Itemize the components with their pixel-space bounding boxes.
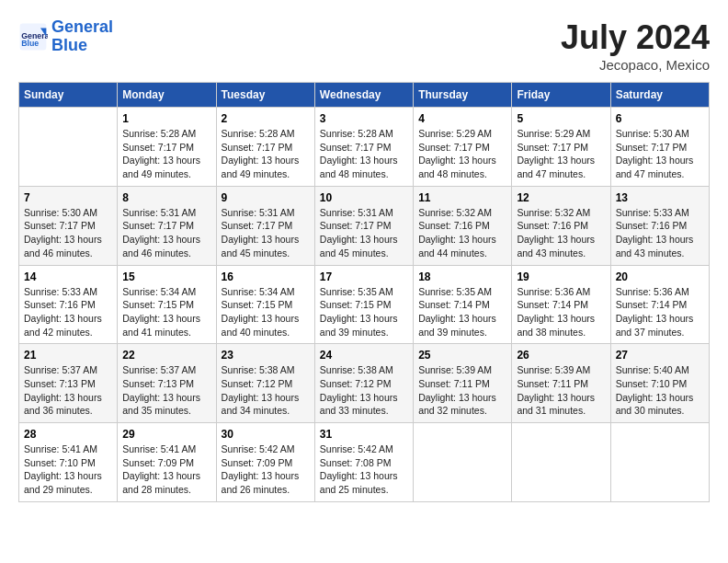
day-number: 13 <box>616 191 704 204</box>
day-number: 9 <box>222 191 310 204</box>
day-info: Sunrise: 5:35 AM Sunset: 7:14 PM Dayligh… <box>418 285 506 339</box>
calendar-cell: 28Sunrise: 5:41 AM Sunset: 7:10 PM Dayli… <box>19 423 118 502</box>
day-info: Sunrise: 5:28 AM Sunset: 7:17 PM Dayligh… <box>122 127 210 181</box>
calendar-cell: 25Sunrise: 5:39 AM Sunset: 7:11 PM Dayli… <box>414 344 512 423</box>
day-number: 6 <box>616 112 704 125</box>
day-number: 26 <box>517 349 605 362</box>
day-number: 23 <box>222 349 310 362</box>
day-info: Sunrise: 5:28 AM Sunset: 7:17 PM Dayligh… <box>320 127 408 181</box>
day-number: 7 <box>24 191 112 204</box>
weekday-header: Thursday <box>414 83 512 108</box>
calendar-cell: 31Sunrise: 5:42 AM Sunset: 7:08 PM Dayli… <box>314 423 413 502</box>
day-number: 16 <box>222 270 310 283</box>
calendar-cell: 19Sunrise: 5:36 AM Sunset: 7:14 PM Dayli… <box>512 265 610 344</box>
calendar-cell: 1Sunrise: 5:28 AM Sunset: 7:17 PM Daylig… <box>118 108 216 187</box>
logo-text: GeneralBlue <box>51 18 113 55</box>
calendar-cell: 5Sunrise: 5:29 AM Sunset: 7:17 PM Daylig… <box>512 108 610 187</box>
day-info: Sunrise: 5:37 AM Sunset: 7:13 PM Dayligh… <box>122 363 210 418</box>
calendar-cell: 4Sunrise: 5:29 AM Sunset: 7:17 PM Daylig… <box>414 108 512 187</box>
calendar-cell <box>512 423 610 502</box>
calendar-week-row: 14Sunrise: 5:33 AM Sunset: 7:16 PM Dayli… <box>19 265 710 344</box>
svg-text:Blue: Blue <box>21 39 39 48</box>
calendar-cell: 3Sunrise: 5:28 AM Sunset: 7:17 PM Daylig… <box>314 108 413 187</box>
calendar-cell: 14Sunrise: 5:33 AM Sunset: 7:16 PM Dayli… <box>19 265 118 344</box>
day-number: 5 <box>517 112 605 125</box>
day-number: 22 <box>122 349 210 362</box>
day-info: Sunrise: 5:39 AM Sunset: 7:11 PM Dayligh… <box>517 363 605 418</box>
day-number: 1 <box>122 112 210 125</box>
day-number: 28 <box>24 428 112 441</box>
logo-icon: General Blue <box>18 22 48 52</box>
day-info: Sunrise: 5:38 AM Sunset: 7:12 PM Dayligh… <box>320 363 408 418</box>
weekday-header: Tuesday <box>216 83 314 108</box>
day-info: Sunrise: 5:34 AM Sunset: 7:15 PM Dayligh… <box>222 285 310 339</box>
calendar-cell: 27Sunrise: 5:40 AM Sunset: 7:10 PM Dayli… <box>610 344 709 423</box>
day-info: Sunrise: 5:32 AM Sunset: 7:16 PM Dayligh… <box>418 206 506 260</box>
calendar-week-row: 21Sunrise: 5:37 AM Sunset: 7:13 PM Dayli… <box>19 344 710 423</box>
calendar-cell: 2Sunrise: 5:28 AM Sunset: 7:17 PM Daylig… <box>216 108 314 187</box>
day-info: Sunrise: 5:42 AM Sunset: 7:09 PM Dayligh… <box>222 442 310 497</box>
day-number: 25 <box>418 349 506 362</box>
weekday-header: Sunday <box>19 83 118 108</box>
day-number: 24 <box>320 349 408 362</box>
day-number: 4 <box>418 112 506 125</box>
day-info: Sunrise: 5:31 AM Sunset: 7:17 PM Dayligh… <box>320 206 408 260</box>
day-info: Sunrise: 5:33 AM Sunset: 7:16 PM Dayligh… <box>24 285 112 339</box>
title-block: July 2024 Jecopaco, Mexico <box>561 18 710 73</box>
calendar-week-row: 7Sunrise: 5:30 AM Sunset: 7:17 PM Daylig… <box>19 186 710 265</box>
day-info: Sunrise: 5:28 AM Sunset: 7:17 PM Dayligh… <box>222 127 310 181</box>
calendar-cell: 22Sunrise: 5:37 AM Sunset: 7:13 PM Dayli… <box>118 344 216 423</box>
day-number: 18 <box>418 270 506 283</box>
calendar-cell: 21Sunrise: 5:37 AM Sunset: 7:13 PM Dayli… <box>19 344 118 423</box>
calendar-week-row: 1Sunrise: 5:28 AM Sunset: 7:17 PM Daylig… <box>19 108 710 187</box>
calendar-cell: 15Sunrise: 5:34 AM Sunset: 7:15 PM Dayli… <box>118 265 216 344</box>
calendar-cell <box>414 423 512 502</box>
day-number: 14 <box>24 270 112 283</box>
month-title: July 2024 <box>561 18 710 57</box>
calendar-cell: 7Sunrise: 5:30 AM Sunset: 7:17 PM Daylig… <box>19 186 118 265</box>
calendar-cell: 24Sunrise: 5:38 AM Sunset: 7:12 PM Dayli… <box>314 344 413 423</box>
day-number: 20 <box>616 270 704 283</box>
location: Jecopaco, Mexico <box>561 57 710 73</box>
calendar-cell: 26Sunrise: 5:39 AM Sunset: 7:11 PM Dayli… <box>512 344 610 423</box>
day-info: Sunrise: 5:30 AM Sunset: 7:17 PM Dayligh… <box>24 206 112 260</box>
day-info: Sunrise: 5:41 AM Sunset: 7:10 PM Dayligh… <box>24 442 112 497</box>
day-info: Sunrise: 5:42 AM Sunset: 7:08 PM Dayligh… <box>320 442 408 497</box>
weekday-header: Saturday <box>610 83 709 108</box>
day-number: 21 <box>24 349 112 362</box>
day-info: Sunrise: 5:40 AM Sunset: 7:10 PM Dayligh… <box>616 363 704 418</box>
calendar-cell: 20Sunrise: 5:36 AM Sunset: 7:14 PM Dayli… <box>610 265 709 344</box>
day-number: 31 <box>320 428 408 441</box>
day-number: 2 <box>222 112 310 125</box>
day-number: 15 <box>122 270 210 283</box>
calendar-cell <box>19 108 118 187</box>
calendar-cell: 10Sunrise: 5:31 AM Sunset: 7:17 PM Dayli… <box>314 186 413 265</box>
calendar-cell: 16Sunrise: 5:34 AM Sunset: 7:15 PM Dayli… <box>216 265 314 344</box>
calendar-cell: 11Sunrise: 5:32 AM Sunset: 7:16 PM Dayli… <box>414 186 512 265</box>
day-info: Sunrise: 5:31 AM Sunset: 7:17 PM Dayligh… <box>222 206 310 260</box>
weekday-header-row: SundayMondayTuesdayWednesdayThursdayFrid… <box>19 83 710 108</box>
logo: General Blue GeneralBlue <box>18 18 113 55</box>
day-number: 27 <box>616 349 704 362</box>
day-info: Sunrise: 5:37 AM Sunset: 7:13 PM Dayligh… <box>24 363 112 418</box>
calendar-cell <box>610 423 709 502</box>
weekday-header: Wednesday <box>314 83 413 108</box>
calendar-cell: 6Sunrise: 5:30 AM Sunset: 7:17 PM Daylig… <box>610 108 709 187</box>
calendar-table: SundayMondayTuesdayWednesdayThursdayFrid… <box>18 82 710 502</box>
day-number: 11 <box>418 191 506 204</box>
calendar-cell: 8Sunrise: 5:31 AM Sunset: 7:17 PM Daylig… <box>118 186 216 265</box>
calendar-cell: 13Sunrise: 5:33 AM Sunset: 7:16 PM Dayli… <box>610 186 709 265</box>
day-info: Sunrise: 5:32 AM Sunset: 7:16 PM Dayligh… <box>517 206 605 260</box>
day-info: Sunrise: 5:35 AM Sunset: 7:15 PM Dayligh… <box>320 285 408 339</box>
calendar-week-row: 28Sunrise: 5:41 AM Sunset: 7:10 PM Dayli… <box>19 423 710 502</box>
day-number: 10 <box>320 191 408 204</box>
day-info: Sunrise: 5:41 AM Sunset: 7:09 PM Dayligh… <box>122 442 210 497</box>
day-info: Sunrise: 5:38 AM Sunset: 7:12 PM Dayligh… <box>222 363 310 418</box>
calendar-cell: 9Sunrise: 5:31 AM Sunset: 7:17 PM Daylig… <box>216 186 314 265</box>
day-info: Sunrise: 5:33 AM Sunset: 7:16 PM Dayligh… <box>616 206 704 260</box>
calendar-cell: 23Sunrise: 5:38 AM Sunset: 7:12 PM Dayli… <box>216 344 314 423</box>
day-info: Sunrise: 5:39 AM Sunset: 7:11 PM Dayligh… <box>418 363 506 418</box>
calendar-cell: 29Sunrise: 5:41 AM Sunset: 7:09 PM Dayli… <box>118 423 216 502</box>
day-number: 29 <box>122 428 210 441</box>
day-info: Sunrise: 5:36 AM Sunset: 7:14 PM Dayligh… <box>517 285 605 339</box>
